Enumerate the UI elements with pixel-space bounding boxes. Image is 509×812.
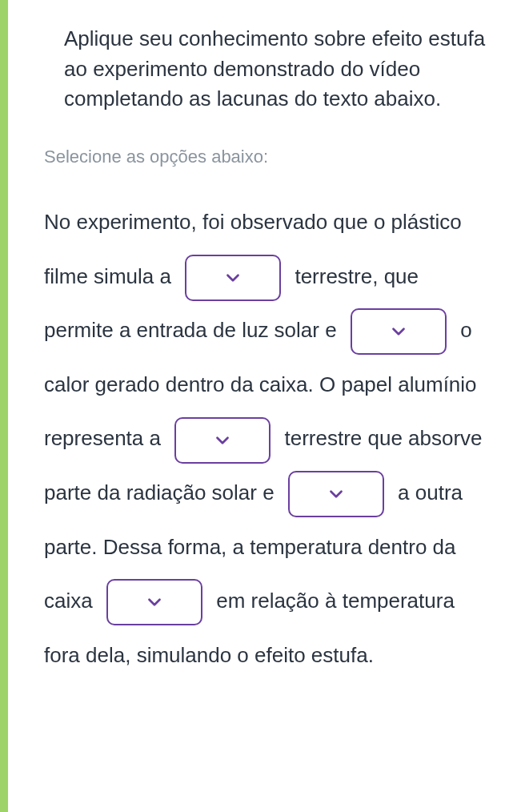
chevron-down-icon bbox=[326, 484, 347, 504]
chevron-down-icon bbox=[212, 430, 233, 451]
accent-bar bbox=[0, 0, 8, 812]
fill-in-text: No experimento, foi observado que o plás… bbox=[24, 195, 493, 682]
chevron-down-icon bbox=[222, 267, 243, 288]
dropdown-blank-3[interactable] bbox=[174, 417, 271, 464]
content-area: Aplique seu conhecimento sobre efeito es… bbox=[0, 0, 509, 706]
dropdown-blank-4[interactable] bbox=[288, 471, 384, 517]
dropdown-blank-1[interactable] bbox=[185, 255, 281, 301]
dropdown-blank-5[interactable] bbox=[106, 579, 202, 625]
text-segment: em relação à temperatura fora dela, simu… bbox=[44, 589, 455, 667]
chevron-down-icon bbox=[144, 592, 165, 613]
question-prompt: Aplique seu conhecimento sobre efeito es… bbox=[24, 24, 493, 115]
sub-instruction: Selecione as opções abaixo: bbox=[24, 147, 493, 167]
chevron-down-icon bbox=[388, 321, 409, 342]
dropdown-blank-2[interactable] bbox=[351, 308, 447, 355]
